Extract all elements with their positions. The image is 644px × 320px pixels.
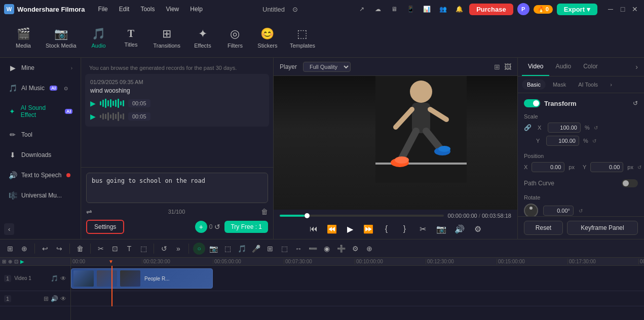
- cloud-icon[interactable]: ☁: [372, 3, 384, 15]
- timeline-scroll-icon[interactable]: ↔: [292, 243, 305, 255]
- wave-play-icon[interactable]: ▶: [90, 99, 96, 107]
- purchase-button[interactable]: Purchase: [469, 4, 513, 15]
- play-button[interactable]: ▶: [343, 222, 357, 236]
- toolbar-stickers[interactable]: 😊 Stickers: [252, 24, 283, 52]
- track-video-lock-icon[interactable]: 👁: [60, 275, 66, 282]
- transform-reset-icon[interactable]: ↺: [633, 100, 638, 107]
- timeline-delete-icon[interactable]: 🗑: [74, 243, 86, 255]
- volume-button[interactable]: 🔊: [452, 222, 467, 236]
- position-x-input[interactable]: [532, 162, 564, 172]
- timeline-undo-icon[interactable]: ↩: [39, 243, 51, 255]
- toolbar-effects[interactable]: ✦ Effects: [187, 24, 218, 52]
- timeline-mic-icon[interactable]: 🎤: [250, 243, 262, 255]
- try-free-button[interactable]: Try Free : 1: [224, 221, 268, 233]
- settings-ctrl-icon[interactable]: ⚙: [471, 222, 485, 236]
- scale-x-reset-icon[interactable]: ↺: [594, 125, 598, 131]
- minimize-button[interactable]: ─: [605, 4, 616, 14]
- shuffle-icon[interactable]: ⇌: [86, 208, 92, 216]
- sidebar-item-ai-sound-effect[interactable]: ✦ AI Sound Effect AI: [2, 99, 79, 124]
- tab-color[interactable]: Color: [577, 58, 604, 76]
- grid-view-icon[interactable]: ⊞: [494, 63, 500, 71]
- maximize-button[interactable]: □: [618, 4, 628, 14]
- phone-icon[interactable]: 📱: [404, 3, 416, 15]
- track-lock-icon[interactable]: 👁: [60, 295, 66, 302]
- toolbar-transitions[interactable]: ⊞ Transitions: [148, 24, 185, 52]
- sub-tabs-more[interactable]: ›: [605, 79, 617, 90]
- snapshot-button[interactable]: 📷: [434, 222, 448, 236]
- menu-tools[interactable]: Tools: [135, 4, 160, 15]
- tab-video[interactable]: Video: [522, 58, 549, 76]
- toolbar-stock-media[interactable]: 📷 Stock Media: [41, 24, 82, 52]
- timeline-audio-icon[interactable]: 🎵: [236, 243, 248, 255]
- mark-in-button[interactable]: {: [380, 222, 394, 236]
- sidebar-item-text-to-speech[interactable]: 🔊 Text to Speech: [2, 166, 79, 184]
- timeline-split-icon[interactable]: ⬚: [221, 243, 234, 255]
- track-mute-icon[interactable]: 🔊: [51, 295, 58, 302]
- track-ctrl-2[interactable]: ⊡: [14, 259, 18, 264]
- track-ctrl-1[interactable]: ⊕: [8, 259, 12, 264]
- sidebar-item-downloads[interactable]: ⬇ Downloads: [2, 146, 79, 164]
- timeline-square-icon[interactable]: ⬚: [137, 243, 149, 255]
- toolbar-filters[interactable]: ◎ Filters: [220, 24, 250, 52]
- sub-tab-basic[interactable]: Basic: [522, 79, 546, 90]
- transform-toggle[interactable]: [524, 99, 540, 107]
- scale-y-input[interactable]: [546, 136, 579, 146]
- timeline-grid2-icon[interactable]: ⊞: [264, 243, 276, 255]
- export-button[interactable]: Export ▾: [557, 4, 597, 15]
- timeline-zoom-slider[interactable]: ◉: [321, 243, 333, 255]
- menu-help[interactable]: Help: [185, 4, 208, 15]
- refresh-icon[interactable]: ↺: [214, 223, 220, 231]
- timeline-redo-icon[interactable]: ↪: [53, 243, 65, 255]
- timeline-more-icon[interactable]: »: [172, 243, 184, 255]
- progress-bar[interactable]: [280, 215, 444, 217]
- menu-view[interactable]: View: [161, 4, 184, 15]
- sub-tab-mask[interactable]: Mask: [548, 79, 571, 90]
- frame-back-button[interactable]: ⏪: [325, 222, 339, 236]
- close-button[interactable]: ✕: [630, 4, 640, 14]
- timeline-add-icon[interactable]: ⊕: [363, 243, 375, 255]
- rotate-reset-icon[interactable]: ↺: [579, 208, 583, 214]
- timeline-layers-icon[interactable]: ⬚: [278, 243, 290, 255]
- menu-file[interactable]: File: [93, 4, 112, 15]
- share-icon[interactable]: ↗: [356, 3, 368, 15]
- menu-edit[interactable]: Edit: [114, 4, 135, 15]
- sound-effect-input[interactable]: [86, 173, 268, 203]
- rotate-value-input[interactable]: [543, 206, 574, 216]
- track-video-cam-icon[interactable]: 🎵: [51, 275, 58, 282]
- rotate-knob[interactable]: [524, 204, 538, 216]
- quality-select[interactable]: Full Quality: [303, 62, 351, 72]
- scale-y-reset-icon[interactable]: ↺: [592, 138, 596, 144]
- timeline-cam-icon[interactable]: 📷: [207, 243, 219, 255]
- graph-icon[interactable]: 📊: [421, 3, 433, 15]
- image-view-icon[interactable]: 🖼: [504, 63, 511, 71]
- toolbar-media[interactable]: 🎬 Media: [8, 24, 39, 52]
- video-clip[interactable]: People R...: [71, 268, 213, 289]
- skip-back-button[interactable]: ⏮: [307, 222, 321, 236]
- timeline-zoom-out-icon[interactable]: ➖: [307, 243, 319, 255]
- user-avatar[interactable]: P: [517, 3, 529, 15]
- timeline-cut-icon[interactable]: ✂: [95, 243, 107, 255]
- position-y-input[interactable]: [590, 162, 623, 172]
- timeline-loop-icon[interactable]: ↺: [158, 243, 170, 255]
- wave-play-icon-2[interactable]: ▶: [90, 112, 96, 121]
- timeline-zoom-in-icon[interactable]: ➕: [335, 243, 347, 255]
- track-audio-icon[interactable]: ⊞: [44, 295, 49, 302]
- right-tabs-more[interactable]: ›: [633, 58, 640, 76]
- sub-tab-ai-tools[interactable]: AI Tools: [573, 79, 603, 90]
- sidebar-collapse-button[interactable]: ‹: [4, 223, 14, 235]
- settings-button[interactable]: Settings: [86, 220, 124, 234]
- title-info-icon[interactable]: ⊙: [289, 3, 301, 15]
- keyframe-panel-button[interactable]: Keyframe Panel: [567, 221, 638, 235]
- timeline-layout-icon[interactable]: ⊞: [4, 243, 16, 255]
- monitor-icon[interactable]: 🖥: [388, 3, 400, 15]
- timeline-crop-icon[interactable]: ⊡: [109, 243, 121, 255]
- frame-forward-button[interactable]: ⏩: [361, 222, 375, 236]
- timeline-settings-icon[interactable]: ⚙: [349, 243, 361, 255]
- tab-audio[interactable]: Audio: [549, 58, 577, 76]
- bell-icon[interactable]: 🔔: [453, 3, 465, 15]
- mark-out-button[interactable]: }: [398, 222, 412, 236]
- reset-button[interactable]: Reset: [524, 221, 563, 235]
- toolbar-titles[interactable]: T Titles: [116, 25, 146, 51]
- add-button[interactable]: +: [195, 221, 207, 233]
- sidebar-item-universal-music[interactable]: 🎼 Universal Mu...: [2, 186, 79, 205]
